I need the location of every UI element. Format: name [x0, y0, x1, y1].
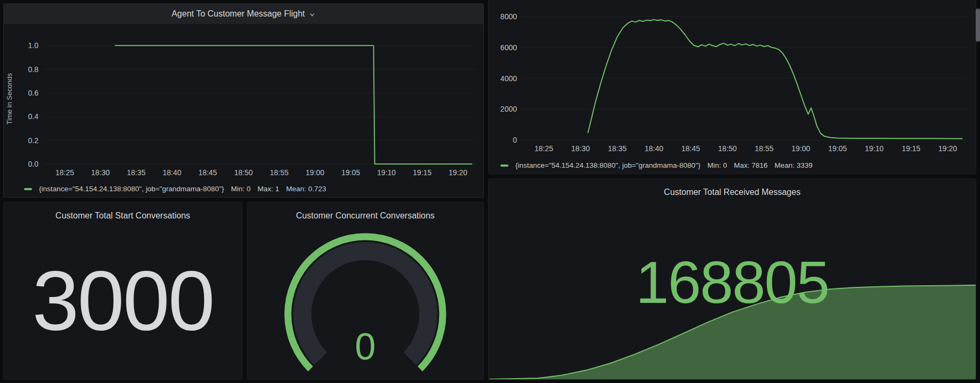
series-color-swatch: [500, 165, 508, 167]
y-tick-label: 2000: [500, 105, 517, 113]
y-tick-label: 1.0: [28, 41, 39, 50]
x-tick-label: 19:15: [901, 144, 920, 153]
flight-chart-svg: 0.00.20.40.60.81.018:2518:3018:3518:4018…: [4, 24, 483, 180]
x-tick-label: 18:35: [127, 168, 145, 177]
x-tick-label: 18:30: [571, 144, 590, 153]
x-tick-label: 18:40: [162, 168, 181, 177]
flight-time-series-chart[interactable]: 0.00.20.40.60.81.018:2518:3018:3518:4018…: [4, 24, 483, 180]
x-tick-label: 18:50: [234, 168, 253, 177]
y-tick-label: 0.8: [28, 65, 39, 74]
x-tick-label: 18:50: [718, 144, 737, 153]
x-tick-label: 19:00: [305, 168, 324, 177]
legend-mean: Mean: 3339: [774, 161, 812, 169]
legend-max: Max: 1: [257, 185, 279, 193]
concurrent-conversations-value: 0: [355, 326, 376, 368]
x-tick-label: 18:30: [91, 168, 110, 177]
x-tick-label: 18:55: [755, 144, 773, 153]
x-tick-label: 19:10: [377, 168, 396, 177]
x-tick-label: 18:55: [270, 168, 288, 177]
panel-throughput-chart: 0200040006000800018:2518:3018:3518:4018:…: [488, 0, 976, 174]
panel-title[interactable]: Customer Concurrent Conversations: [247, 211, 483, 221]
y-tick-label: 0.0: [28, 160, 39, 168]
x-tick-label: 19:20: [938, 144, 957, 153]
legend-series-name[interactable]: {instance="54.154.24.138:8080", job="gra…: [515, 161, 700, 169]
panel-agent-to-customer-message-flight: Agent To Customer Message Flight 0.00.20…: [3, 3, 484, 198]
legend-mean: Mean: 0.723: [286, 185, 326, 193]
y-tick-label: 0.6: [28, 89, 39, 97]
scrollbar-thumb[interactable]: [976, 9, 980, 42]
throughput-time-series-chart[interactable]: 0200040006000800018:2518:3018:3518:4018:…: [489, 0, 976, 156]
x-tick-label: 18:25: [535, 144, 553, 153]
flight-chart-legend: {instance="54.154.24.138:8080", job="gra…: [4, 185, 483, 193]
panel-title[interactable]: Agent To Customer Message Flight: [171, 9, 305, 19]
legend-min: Min: 0: [231, 185, 250, 193]
y-tick-label: 0.2: [28, 136, 39, 145]
legend-max: Max: 7816: [734, 161, 767, 169]
x-tick-label: 19:10: [865, 144, 884, 153]
panel-customer-concurrent-conversations: 0 Customer Concurrent Conversations: [247, 202, 484, 380]
throughput-chart-legend: {instance="54.154.24.138:8080", job="gra…: [489, 161, 976, 169]
y-tick-label: 4000: [500, 74, 517, 83]
x-tick-label: 19:05: [341, 168, 360, 177]
received-messages-value: 168805: [489, 253, 976, 312]
panel-customer-total-start-conversations: Customer Total Start Conversations 3000: [3, 202, 242, 380]
x-tick-label: 18:40: [645, 144, 663, 153]
x-tick-label: 18:25: [56, 168, 74, 177]
chevron-down-icon: [309, 11, 316, 18]
panel-title[interactable]: Customer Total Start Conversations: [4, 211, 242, 221]
x-tick-label: 19:20: [449, 168, 467, 177]
series-color-swatch: [24, 188, 32, 190]
start-conversations-value: 3000: [32, 258, 214, 342]
panel-header-dropdown[interactable]: Agent To Customer Message Flight: [4, 4, 483, 24]
throughput-chart-svg: 0200040006000800018:2518:3018:3518:4018:…: [489, 0, 976, 156]
series-line: [588, 20, 962, 139]
y-tick-label: 0.4: [28, 112, 39, 121]
x-tick-label: 18:45: [681, 144, 700, 153]
x-tick-label: 18:45: [198, 168, 217, 177]
gauge-chart: 0: [247, 202, 484, 380]
legend-min: Min: 0: [707, 161, 727, 169]
y-tick-label: 8000: [500, 12, 517, 21]
x-tick-label: 19:15: [413, 168, 432, 177]
y-tick-label: 0: [513, 136, 517, 144]
x-tick-label: 19:05: [828, 144, 847, 153]
stat-value-container: 3000: [4, 221, 242, 379]
panel-title[interactable]: Customer Total Received Messages: [489, 187, 976, 197]
x-tick-label: 18:35: [608, 144, 626, 153]
legend-series-name[interactable]: {instance="54.154.24.138:8080", job="gra…: [39, 185, 224, 193]
series-line: [115, 45, 472, 164]
panel-customer-total-received-messages: Customer Total Received Messages 168805: [488, 178, 976, 380]
y-axis-title: Time in Seconds: [5, 73, 13, 124]
x-tick-label: 19:00: [791, 144, 810, 153]
y-tick-label: 6000: [500, 43, 517, 52]
